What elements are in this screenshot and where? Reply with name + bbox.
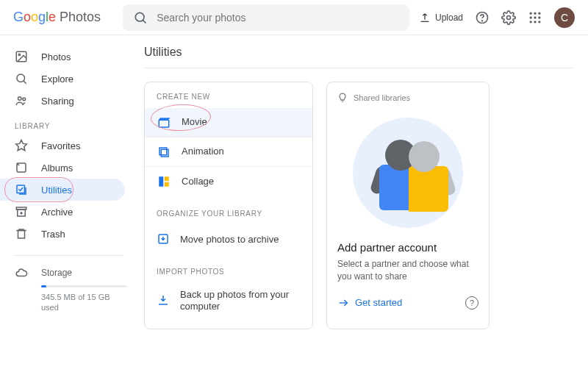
star-icon <box>15 139 28 152</box>
avatar[interactable]: C <box>554 7 575 28</box>
svg-point-7 <box>538 12 540 14</box>
svg-line-1 <box>143 20 146 23</box>
svg-point-8 <box>530 16 532 18</box>
svg-marker-20 <box>16 140 27 151</box>
partner-title: Add partner account <box>337 241 478 254</box>
cloud-icon <box>15 266 28 279</box>
move-to-archive-label: Move photos to archive <box>180 234 279 246</box>
photo-icon <box>15 50 28 63</box>
sidebar-item-favorites[interactable]: Favorites <box>0 135 125 157</box>
svg-point-15 <box>18 54 20 55</box>
svg-rect-29 <box>159 176 163 187</box>
lightbulb-icon <box>337 93 348 103</box>
gear-icon[interactable] <box>501 10 516 25</box>
download-icon <box>157 293 170 309</box>
sidebar-item-label: Trash <box>41 229 65 240</box>
svg-point-18 <box>18 97 22 101</box>
search-input[interactable] <box>157 12 399 24</box>
svg-point-5 <box>530 12 532 14</box>
main-area: Utilities CREATE NEW Movie Animation <box>134 35 588 329</box>
get-started-label: Get started <box>355 297 402 308</box>
organize-header: ORGANIZE YOUR LIBRARY <box>145 210 312 225</box>
partner-card-header-label: Shared libraries <box>354 93 410 102</box>
google-wordmark: Google <box>13 10 56 25</box>
app-header: Google Photos Upload C <box>0 0 588 35</box>
arrow-right-icon <box>337 297 349 309</box>
product-name: Photos <box>60 10 101 25</box>
svg-rect-25 <box>18 231 25 239</box>
create-movie-label: Movie <box>182 116 207 128</box>
svg-point-4 <box>507 15 511 19</box>
svg-point-19 <box>23 98 26 101</box>
people-icon <box>15 94 28 107</box>
partner-illustration <box>353 118 463 228</box>
svg-point-6 <box>534 12 536 14</box>
svg-point-0 <box>135 12 144 21</box>
partner-subtitle: Select a partner and choose what you wan… <box>337 258 478 283</box>
import-backup-label: Back up photos from your computer <box>180 289 301 313</box>
svg-point-9 <box>534 16 536 18</box>
upload-button[interactable]: Upload <box>419 12 463 24</box>
sidebar-item-label: Photos <box>41 51 71 62</box>
sidebar-item-label: Sharing <box>41 96 74 107</box>
sidebar-item-trash[interactable]: Trash <box>0 223 125 245</box>
divider <box>13 255 123 256</box>
card-help-icon[interactable]: ? <box>465 296 478 310</box>
svg-point-16 <box>17 74 25 82</box>
sidebar-item-photos[interactable]: Photos <box>0 46 125 68</box>
svg-point-13 <box>538 21 540 23</box>
header-actions: Upload C <box>419 7 575 28</box>
svg-rect-30 <box>165 176 169 181</box>
archive-action-icon <box>157 232 170 248</box>
help-icon[interactable] <box>475 10 490 25</box>
create-collage-label: Collage <box>182 176 214 187</box>
svg-rect-31 <box>165 182 169 187</box>
create-animation-label: Animation <box>182 146 224 157</box>
sidebar-item-sharing[interactable]: Sharing <box>0 90 125 112</box>
storage-label: Storage <box>41 268 72 278</box>
storage-block[interactable]: Storage 345.5 MB of 15 GB used <box>0 266 134 313</box>
sidebar-item-label: Albums <box>41 162 73 174</box>
archive-icon <box>15 205 28 218</box>
utilities-card: CREATE NEW Movie Animation <box>144 82 313 329</box>
get-started-button[interactable]: Get started <box>337 297 402 309</box>
upload-icon <box>419 12 431 24</box>
move-to-archive[interactable]: Move photos to archive <box>145 225 312 254</box>
album-icon <box>15 161 28 174</box>
sidebar-item-label: Archive <box>41 207 73 218</box>
utilities-icon <box>15 183 28 196</box>
svg-point-10 <box>538 16 540 18</box>
sidebar-item-label: Favorites <box>41 140 80 151</box>
search-icon <box>133 10 148 25</box>
create-collage[interactable]: Collage <box>145 167 312 196</box>
create-new-header: CREATE NEW <box>145 93 312 108</box>
search-bar[interactable] <box>123 4 409 31</box>
create-animation[interactable]: Animation <box>145 137 312 167</box>
google-photos-logo[interactable]: Google Photos <box>13 10 101 25</box>
trash-icon <box>15 227 28 240</box>
sidebar-item-utilities[interactable]: Utilities <box>0 179 125 201</box>
collage-icon <box>157 174 171 189</box>
sidebar-item-albums[interactable]: Albums <box>0 157 125 179</box>
svg-rect-27 <box>161 149 168 157</box>
sidebar: Photos Explore Sharing LIBRARY Favorites… <box>0 35 134 329</box>
svg-point-11 <box>530 21 532 23</box>
animation-icon <box>157 145 171 160</box>
svg-rect-28 <box>159 148 167 155</box>
svg-rect-26 <box>159 120 169 127</box>
apps-grid-icon[interactable] <box>528 10 542 25</box>
create-movie[interactable]: Movie <box>145 108 312 137</box>
import-header: IMPORT PHOTOS <box>145 268 312 283</box>
sidebar-item-label: Explore <box>41 74 74 85</box>
movie-icon <box>157 115 171 130</box>
svg-point-12 <box>534 21 536 23</box>
import-backup[interactable]: Back up photos from your computer <box>145 283 312 318</box>
sidebar-item-explore[interactable]: Explore <box>0 68 125 90</box>
svg-point-3 <box>482 20 483 21</box>
magnify-icon <box>15 72 28 85</box>
sidebar-section-library: LIBRARY <box>0 112 134 135</box>
svg-rect-22 <box>17 185 25 193</box>
storage-text: 345.5 MB of 15 GB used <box>41 292 119 313</box>
sidebar-item-archive[interactable]: Archive <box>0 201 125 223</box>
upload-label: Upload <box>435 12 463 23</box>
